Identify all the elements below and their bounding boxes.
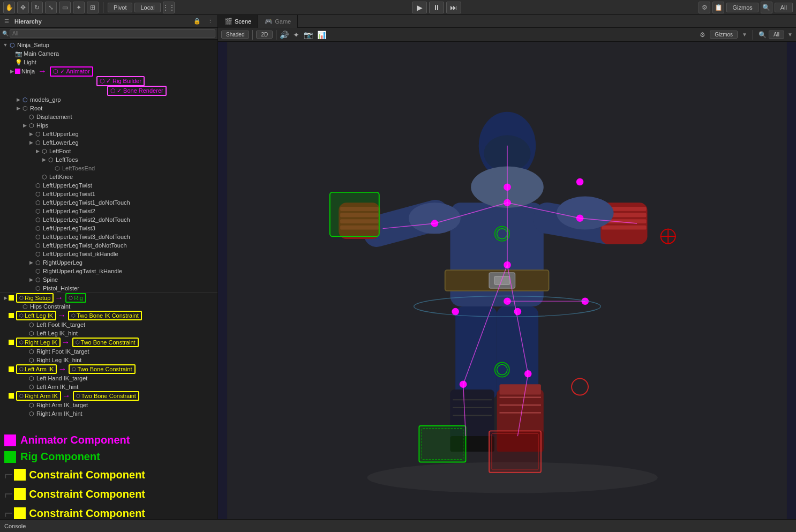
tree-item-leftupperleg[interactable]: ▶ ⬡ LeftUpperLeg: [0, 130, 217, 138]
right-arm-ik-row[interactable]: ⬡ Right Arm IK → ⬡ Two Bone Constraint: [0, 391, 217, 401]
gizmos-button[interactable]: Gizmos: [726, 3, 758, 12]
rig-setup-row[interactable]: ▶ ⬡ Rig Setup → ⬡ Rig: [0, 293, 217, 302]
custom-tool-icon[interactable]: ⊞: [87, 2, 99, 13]
tree-item-right-foot-ik-target[interactable]: ⬡ Right Foot IK_target: [0, 347, 217, 356]
hips-icon: ⬡: [28, 122, 35, 129]
grid-icon[interactable]: ⋮⋮: [163, 2, 175, 13]
leftlowerleg-group: ▶ ⬡ LeftLowerLeg ▶ ⬡ LeftFoot ▶ ⬡ LeftTo…: [0, 138, 217, 173]
tab-scene[interactable]: 🎬 Scene: [218, 15, 258, 28]
right-leg-ik-box[interactable]: ⬡ Right Leg IK: [16, 338, 61, 347]
multi-tool-icon[interactable]: ✦: [73, 2, 85, 13]
rig-builder-row[interactable]: ⬡ ✓ Rig Builder: [0, 76, 217, 86]
left-arm-ik-box[interactable]: ⬡ Left Arm IK: [16, 364, 57, 374]
local-button[interactable]: Local: [134, 3, 160, 12]
two-bone-ik-3-box[interactable]: ⬡ Two Bone Constraint: [69, 364, 135, 374]
tree-item-spine[interactable]: ▶ ⬡ Spine: [0, 275, 217, 284]
hand-tool-icon[interactable]: ✋: [3, 2, 15, 13]
rig-setup-box[interactable]: ⬡ Rig Setup: [16, 293, 54, 303]
rotate-tool-icon[interactable]: ↻: [31, 2, 43, 13]
legend-rig: Rig Component: [4, 451, 213, 463]
tree-item-left-leg-ik-hint[interactable]: ⬡ Left Leg IK_hint: [0, 329, 217, 338]
animator-box[interactable]: ⬡ ✓ Animator: [50, 66, 93, 77]
bone-renderer-box[interactable]: ⬡ ✓ Bone Renderer: [107, 86, 167, 96]
tree-item-left-arm-ik-hint[interactable]: ⬡ Left Arm IK_hint: [0, 383, 217, 391]
svg-rect-34: [419, 426, 465, 462]
tree-item-lefttoes[interactable]: ▶ ⬡ LeftToes: [28, 155, 217, 164]
tree-item-right-arm-ik-hint[interactable]: ⬡ Right Arm IK_hint: [0, 409, 217, 418]
pause-button[interactable]: ⏸: [429, 2, 444, 13]
rig-builder-box[interactable]: ⬡ ✓ Rig Builder: [96, 76, 145, 86]
two-bone-ik-2-box[interactable]: ⬡ Two Bone Constraint: [72, 338, 139, 347]
two-bone-ik-1-box[interactable]: ⬡ Two Bone IK Constraint: [68, 311, 142, 320]
ninja-row[interactable]: ▶ Ninja → ⬡ ✓ Animator: [0, 66, 217, 76]
left-leg-ik-row[interactable]: ⬡ Left Leg IK → ⬡ Two Bone IK Constraint: [0, 311, 217, 320]
left-arm-ik-row[interactable]: ⬡ Left Arm IK → ⬡ Two Bone Constraint: [0, 364, 217, 374]
twod-button[interactable]: 2D: [256, 31, 273, 39]
tree-item-left-hand-ik-target[interactable]: ⬡ Left Hand IK_target: [0, 374, 217, 383]
effects-icon[interactable]: ✦: [293, 31, 299, 39]
tree-item-lult2dnt[interactable]: ⬡ LeftUpperLegTwist2_doNotTouch: [0, 215, 217, 224]
left-leg-ik-box[interactable]: ⬡ Left Leg IK: [16, 311, 56, 320]
step-button[interactable]: ⏭: [446, 2, 461, 13]
tree-item-displacement[interactable]: ⬡ Displacement: [0, 113, 217, 121]
search-input[interactable]: [10, 29, 215, 38]
hierarchy-header: ☰ Hierarchy 🔒 ⋮: [0, 15, 217, 28]
shaded-button[interactable]: Shaded: [221, 31, 249, 39]
tree-item-rultik[interactable]: ⬡ RightUpperLegTwist_ikHandle: [0, 267, 217, 275]
right-leg-ik-row[interactable]: ⬡ Right Leg IK → ⬡ Two Bone Constraint: [0, 338, 217, 347]
tab-game-label: Game: [275, 18, 291, 25]
rlik-hint-icon: ⬡: [28, 356, 35, 364]
search-view-icon[interactable]: 🔍: [759, 31, 767, 39]
audio-icon[interactable]: 🔊: [280, 31, 289, 39]
group-icon: ⬡: [21, 96, 29, 103]
console-tab[interactable]: Console: [4, 523, 26, 529]
layers-icon[interactable]: 📋: [712, 2, 724, 13]
tree-item-right-arm-ik-target[interactable]: ⬡ Right Arm IK_target: [0, 401, 217, 409]
lock-icon[interactable]: 🔒: [193, 18, 201, 25]
tree-item-light[interactable]: 💡 Light: [0, 58, 217, 66]
tree-item-lult2[interactable]: ⬡ LeftUpperLegTwist2: [0, 207, 217, 215]
tree-item-lult3dnt[interactable]: ⬡ LeftUpperLegTwist3_doNotTouch: [0, 233, 217, 241]
tree-item-hips[interactable]: ▶ ⬡ Hips: [0, 121, 217, 130]
settings-icon[interactable]: ⚙: [699, 2, 710, 13]
tree-item-leftknee[interactable]: ⬡ LeftKnee: [0, 173, 217, 181]
tree-item-lultdnt[interactable]: ⬡ LeftUpperLegTwist_doNotTouch: [0, 241, 217, 250]
tab-game[interactable]: 🎮 Game: [258, 15, 298, 28]
move-tool-icon[interactable]: ✥: [17, 2, 29, 13]
tree-item-right-leg-ik-hint[interactable]: ⬡ Right Leg IK_hint: [0, 356, 217, 364]
tree-item-lult3[interactable]: ⬡ LeftUpperLegTwist3: [0, 224, 217, 233]
gizmo-settings-icon[interactable]: ⚙: [700, 31, 705, 39]
search-icon[interactable]: 🔍: [761, 2, 772, 13]
tree-item-hips-constraint[interactable]: ⬡ Hips Constraint: [0, 302, 217, 311]
play-button[interactable]: ▶: [412, 2, 427, 13]
scale-tool-icon[interactable]: ⤡: [45, 2, 57, 13]
two-bone-ik-4-box[interactable]: ⬡ Two Bone Constraint: [73, 391, 139, 401]
right-arm-ik-box[interactable]: ⬡ Right Arm IK: [16, 391, 61, 401]
tree-item-left-foot-ik-target[interactable]: ⬡ Left Foot IK_target: [0, 320, 217, 329]
tree-item-root[interactable]: ▶ ⬡ Root: [0, 104, 217, 113]
camera-view-icon[interactable]: 📷: [304, 31, 313, 39]
tree-item-lult1dnt[interactable]: ⬡ LeftUpperLegTwist1_doNotTouch: [0, 198, 217, 207]
tree-item-leftlowerleg[interactable]: ▶ ⬡ LeftLowerLeg: [28, 138, 217, 147]
tree-item-ninja-setup[interactable]: ▼ ⬡ Ninja_Setup: [0, 41, 217, 49]
tree-item-models-grp[interactable]: ▶ ⬡ models_grp: [0, 95, 217, 104]
all-button[interactable]: All: [775, 3, 793, 12]
rect-tool-icon[interactable]: ▭: [59, 2, 71, 13]
arrow-leftupperleg: ▶: [28, 131, 34, 137]
bone-renderer-row[interactable]: ⬡ ✓ Bone Renderer: [0, 86, 217, 95]
pivot-button[interactable]: Pivot: [108, 3, 132, 12]
tree-item-lefttoesend[interactable]: ⬡ LeftToesEnd: [28, 164, 217, 173]
tree-item-leftfoot[interactable]: ▶ ⬡ LeftFoot: [28, 147, 217, 155]
tree-item-leftupperlegtwist1[interactable]: ⬡ LeftUpperLegTwist1: [0, 190, 217, 198]
tree-item-rightupperleg[interactable]: ▶ ⬡ RightUpperLeg: [0, 258, 217, 267]
tree-item-main-camera[interactable]: 📷 Main Camera: [0, 49, 217, 58]
gizmos-view-button[interactable]: Gizmos: [710, 31, 738, 39]
tree-item-pistol[interactable]: ⬡ Pistol_Holster: [0, 284, 217, 293]
tree-item-leftupperlegtwist[interactable]: ⬡ LeftUpperLegTwist: [0, 181, 217, 190]
more-icon[interactable]: ⋮: [207, 18, 213, 25]
rig-box[interactable]: ⬡ Rig: [65, 293, 86, 303]
tree-item-lultik[interactable]: ⬡ LeftUpperLegTwist_ikHandle: [0, 250, 217, 258]
stats-icon[interactable]: 📊: [317, 31, 326, 39]
all-view-button[interactable]: All: [769, 31, 784, 39]
hierarchy-search-bar: 🔍: [0, 28, 217, 40]
